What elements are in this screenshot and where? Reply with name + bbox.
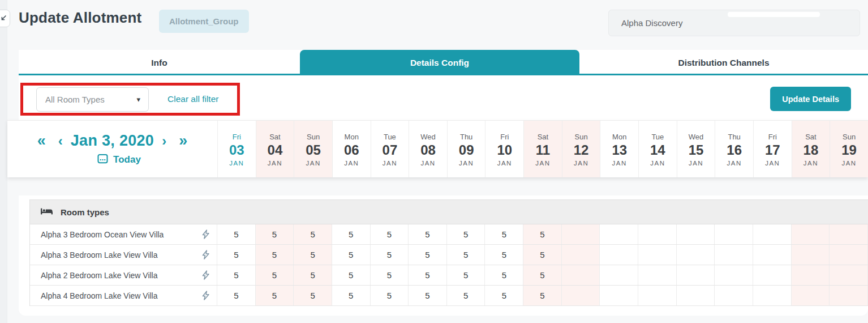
allotment-cell[interactable]: 5 (332, 265, 371, 285)
month-label: JAN (497, 160, 512, 167)
allotment-cell[interactable] (830, 224, 868, 244)
allotment-cell[interactable] (677, 265, 715, 285)
allotment-cell[interactable]: 5 (485, 224, 523, 244)
allotment-cell[interactable] (830, 286, 868, 305)
day-number-label: 11 (536, 143, 550, 158)
room-type-name: Alpha 3 Bedroom Ocean View Villa (30, 224, 195, 244)
allotment-cell[interactable] (715, 224, 753, 244)
allotment-cell[interactable] (792, 245, 830, 265)
allotment-cell[interactable] (600, 245, 638, 265)
day-number-label: 10 (497, 143, 512, 158)
day-of-week-label: Mon (612, 133, 626, 141)
allotment-cell[interactable]: 5 (217, 286, 256, 305)
allotment-cell[interactable]: 5 (332, 286, 371, 305)
allotment-cell[interactable]: 5 (332, 224, 371, 244)
flash-icon[interactable] (195, 224, 217, 244)
allotment-cell[interactable]: 5 (256, 286, 294, 305)
input-highlight-artifact (728, 12, 820, 17)
tab-bar: Info Details Config Distribution Channel… (19, 50, 868, 75)
allotment-cell[interactable] (562, 265, 600, 285)
next-day-button[interactable]: › (162, 134, 166, 148)
allotment-cell[interactable] (600, 286, 638, 305)
allotment-cell[interactable] (677, 245, 715, 265)
allotment-cell[interactable]: 5 (332, 245, 371, 265)
allotment-cell[interactable]: 5 (447, 245, 485, 265)
allotment-cell[interactable] (715, 286, 753, 305)
allotment-cell[interactable]: 5 (256, 265, 294, 285)
allotment-cell[interactable]: 5 (523, 224, 562, 244)
fast-backward-button[interactable]: « (37, 133, 46, 148)
allotment-cell[interactable]: 5 (256, 224, 294, 244)
allotment-cell[interactable]: 5 (447, 265, 485, 285)
allotment-cell[interactable]: 5 (447, 224, 485, 244)
allotment-cell[interactable]: 5 (217, 265, 256, 285)
allotment-cell[interactable] (830, 245, 868, 265)
allotment-cell[interactable] (638, 224, 677, 244)
allotment-cell[interactable] (562, 286, 600, 305)
allotment-cell[interactable] (562, 245, 600, 265)
allotment-cell[interactable] (792, 265, 830, 285)
day-column-09-jan: Thu09JAN (447, 121, 485, 177)
allotment-cell[interactable]: 5 (485, 286, 523, 305)
tab-details-config[interactable]: Details Config (300, 50, 579, 75)
tab-info[interactable]: Info (19, 50, 300, 75)
allotment-cell[interactable]: 5 (256, 245, 294, 265)
allotment-cell[interactable]: 5 (409, 224, 447, 244)
collapsed-sidebar-edge (0, 0, 7, 323)
allotment-cell[interactable]: 5 (294, 286, 332, 305)
allotment-cell[interactable] (753, 224, 792, 244)
allotment-cell[interactable]: 5 (371, 286, 409, 305)
allotment-cell[interactable]: 5 (371, 245, 409, 265)
allotment-cell[interactable]: 5 (217, 224, 256, 244)
allotment-cell[interactable] (753, 245, 792, 265)
allotment-cell[interactable]: 5 (294, 265, 332, 285)
property-name-input[interactable]: Alpha Discovery (608, 10, 860, 36)
day-of-week-label: Thu (460, 133, 472, 141)
allotment-cell[interactable] (792, 224, 830, 244)
allotment-cell[interactable]: 5 (523, 265, 562, 285)
update-details-button[interactable]: Update Details (770, 87, 851, 111)
day-number-label: 17 (765, 143, 780, 158)
collapse-sidebar-button[interactable] (0, 10, 10, 27)
month-label: JAN (612, 160, 627, 167)
allotment-cell[interactable] (753, 265, 792, 285)
allotment-cell[interactable] (792, 286, 830, 305)
day-of-week-label: Fri (500, 133, 509, 141)
allotment-cell[interactable]: 5 (294, 245, 332, 265)
allotment-cell[interactable]: 5 (523, 245, 562, 265)
allotment-cell[interactable]: 5 (485, 245, 523, 265)
allotment-cell[interactable] (638, 245, 677, 265)
allotment-cell[interactable] (715, 265, 753, 285)
room-type-select[interactable]: All Room Types ▾ (36, 87, 149, 112)
previous-day-button[interactable]: ‹ (58, 134, 63, 148)
allotment-cell[interactable] (600, 265, 638, 285)
allotment-cell[interactable]: 5 (371, 265, 409, 285)
tab-distribution-channels[interactable]: Distribution Channels (579, 50, 868, 75)
today-button[interactable]: Today (97, 153, 141, 166)
allotment-cell[interactable] (830, 265, 868, 285)
allotment-cell[interactable] (638, 286, 677, 305)
allotment-cell[interactable]: 5 (409, 265, 447, 285)
clear-all-filter-link[interactable]: Clear all filter (167, 94, 218, 104)
allotment-cell[interactable] (677, 286, 715, 305)
allotment-cell[interactable]: 5 (371, 224, 409, 244)
allotment-cell[interactable]: 5 (485, 265, 523, 285)
allotment-cell[interactable] (677, 224, 715, 244)
allotment-cell[interactable]: 5 (447, 286, 485, 305)
flash-icon[interactable] (195, 265, 217, 285)
flash-icon[interactable] (195, 286, 217, 305)
allotment-cell[interactable] (638, 265, 677, 285)
flash-icon[interactable] (195, 245, 217, 265)
allotment-cell[interactable] (562, 224, 600, 244)
allotment-cell[interactable]: 5 (217, 245, 256, 265)
allotment-cell[interactable]: 5 (409, 245, 447, 265)
allotment-cell[interactable]: 5 (523, 286, 562, 305)
allotment-cell[interactable]: 5 (409, 286, 447, 305)
allotment-cell[interactable]: 5 (294, 224, 332, 244)
day-column-12-jan: Sun12JAN (562, 121, 600, 177)
allotment-cell[interactable] (753, 286, 792, 305)
month-label: JAN (535, 160, 550, 167)
allotment-cell[interactable] (715, 245, 753, 265)
allotment-cell[interactable] (600, 224, 638, 244)
fast-forward-button[interactable]: » (179, 133, 187, 148)
